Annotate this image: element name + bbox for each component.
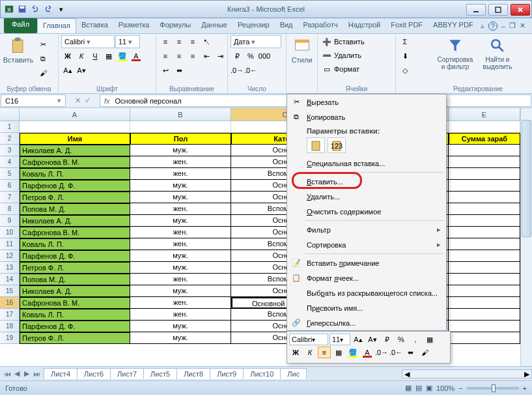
italic-icon[interactable]: К	[75, 50, 88, 63]
cell[interactable]: Парфенов Д. Ф.	[20, 180, 130, 192]
qat-save-icon[interactable]	[16, 3, 28, 15]
mini-font-color-icon[interactable]: A	[361, 347, 374, 358]
cell[interactable]	[449, 309, 520, 321]
font-name-combo[interactable]: Calibri▾	[61, 35, 115, 48]
cell[interactable]: Парфенов Д. Ф.	[20, 250, 130, 262]
cell[interactable]	[449, 262, 520, 274]
tab-nav-last-icon[interactable]: ⏭	[32, 369, 41, 379]
mini-grow-icon[interactable]: A▴	[352, 334, 365, 345]
align-bot-icon[interactable]: ≡	[186, 35, 199, 48]
cut-icon[interactable]: ✂	[36, 38, 49, 51]
tab-insert[interactable]: Вставка	[76, 18, 113, 33]
find-select-button[interactable]: Найти и выделить	[478, 35, 517, 72]
col-header-B[interactable]: B	[130, 108, 231, 121]
row-header[interactable]: 12	[0, 250, 20, 262]
close-button[interactable]	[511, 4, 530, 16]
paste-option-2[interactable]: 123	[328, 137, 346, 153]
cell[interactable]: Коваль Л. П.	[20, 168, 130, 180]
ctx-hyperlink[interactable]: 🔗Гиперссылка...	[287, 315, 446, 330]
cells-format-label[interactable]: Формат	[334, 65, 359, 73]
horizontal-scrollbar[interactable]: ◀ ▶	[402, 369, 532, 379]
row-header[interactable]: 18	[0, 321, 20, 332]
ctx-cut[interactable]: ✂Вырезать	[287, 94, 446, 109]
underline-icon[interactable]: Ч	[89, 50, 102, 63]
cell[interactable]: Парфенов Д. Ф.	[20, 321, 130, 332]
mini-condformat-icon[interactable]: ▦	[423, 334, 436, 345]
inc-decimal-icon[interactable]: .0→	[231, 64, 244, 77]
format-painter-icon[interactable]: 🖌	[36, 66, 49, 79]
align-mid-icon[interactable]: ≡	[173, 35, 186, 48]
paste-option-1[interactable]	[307, 137, 325, 153]
row-header[interactable]: 9	[0, 215, 20, 227]
cell[interactable]: жен.	[130, 227, 231, 238]
cell[interactable]: муж.	[130, 215, 231, 227]
row-header[interactable]: 5	[0, 168, 20, 180]
ctx-name[interactable]: Присвоить имя...	[287, 300, 446, 315]
ctx-delete[interactable]: Удалить...	[287, 189, 446, 204]
maximize-button[interactable]	[488, 4, 508, 16]
currency-icon[interactable]: ₽	[231, 50, 244, 63]
help-icon[interactable]: ?	[488, 21, 497, 31]
cell[interactable]: муж.	[130, 332, 231, 344]
percent-icon[interactable]: %	[244, 50, 257, 63]
tab-formulas[interactable]: Формулы	[154, 18, 196, 33]
number-format-combo[interactable]: Дата▾	[231, 35, 281, 48]
mini-dec-dec-icon[interactable]: .0←	[389, 347, 402, 358]
ctx-copy[interactable]: ⧉Копировать	[287, 109, 446, 124]
mini-bold-icon[interactable]: Ж	[289, 347, 302, 358]
ctx-filter[interactable]: Фильтр▸	[287, 222, 446, 237]
qat-undo-icon[interactable]	[29, 3, 41, 15]
qat-redo-icon[interactable]	[42, 3, 54, 15]
mini-size-combo[interactable]: 11 ▾	[329, 334, 350, 345]
ctx-comment[interactable]: 📝Вставить примечание	[287, 255, 446, 270]
mini-inc-dec-icon[interactable]: .0→	[375, 347, 388, 358]
ctx-format-cells[interactable]: 📋Формат ячеек...	[287, 270, 446, 285]
cell[interactable]: жен.	[130, 238, 231, 250]
sheet-tab[interactable]: Лист9	[210, 368, 244, 379]
cell[interactable]	[449, 285, 520, 297]
cell[interactable]: Попова М. Д.	[20, 203, 130, 215]
wrap-text-icon[interactable]: ↩	[159, 64, 172, 77]
cell[interactable]	[449, 215, 520, 227]
shrink-font-icon[interactable]: A▾	[75, 64, 88, 77]
row-header[interactable]: 7	[0, 192, 20, 203]
name-box[interactable]: C16▾	[1, 94, 66, 107]
cell[interactable]: Сафронова В. М.	[20, 156, 130, 168]
view-normal-icon[interactable]: ▦	[405, 384, 412, 392]
cell[interactable]	[449, 274, 520, 285]
cell[interactable]	[449, 227, 520, 238]
cell[interactable]: жен.	[130, 203, 231, 215]
mdi-restore-icon[interactable]: ❐	[509, 21, 516, 30]
border-icon[interactable]: ▦	[102, 50, 115, 63]
cell[interactable]	[449, 168, 520, 180]
cell[interactable]: Николаев А. Д.	[20, 285, 130, 297]
sheet-tab[interactable]: Лист8	[176, 368, 210, 379]
orientation-icon[interactable]: ⭦	[200, 35, 213, 48]
cell[interactable]: Коваль Л. П.	[20, 309, 130, 321]
cell[interactable]: Петров Ф. Л.	[20, 262, 130, 274]
align-top-icon[interactable]: ≡	[159, 35, 172, 48]
row-header[interactable]: 3	[0, 145, 20, 156]
view-layout-icon[interactable]: ▤	[415, 384, 422, 392]
mdi-close-icon[interactable]: ✕	[520, 21, 525, 30]
enter-formula-icon[interactable]: ✓	[85, 96, 91, 105]
vertical-scrollbar[interactable]	[520, 108, 532, 366]
table-header-cell[interactable]: Сумма зараб	[449, 133, 520, 145]
mini-merge-icon[interactable]: ⬌	[404, 347, 417, 358]
col-header-A[interactable]: A	[20, 108, 130, 121]
mini-fill-icon[interactable]: 🪣	[346, 347, 359, 358]
tab-layout[interactable]: Разметка	[113, 18, 155, 33]
sort-filter-button[interactable]: Сортировка и фильтр	[435, 35, 475, 72]
tab-developer[interactable]: Разработч	[298, 18, 343, 33]
mini-comma-icon[interactable]: ,	[409, 334, 422, 345]
cell[interactable]: муж.	[130, 250, 231, 262]
cancel-formula-icon[interactable]: ✕	[75, 96, 81, 105]
row-header[interactable]: 17	[0, 309, 20, 321]
cell[interactable]	[449, 332, 520, 344]
row-header[interactable]: 4	[0, 156, 20, 168]
cell[interactable]	[449, 180, 520, 192]
cell[interactable]: муж.	[130, 145, 231, 156]
cell[interactable]: жен.	[130, 156, 231, 168]
row-header[interactable]: 19	[0, 332, 20, 344]
cell[interactable]: Петров Ф. Л.	[20, 192, 130, 203]
